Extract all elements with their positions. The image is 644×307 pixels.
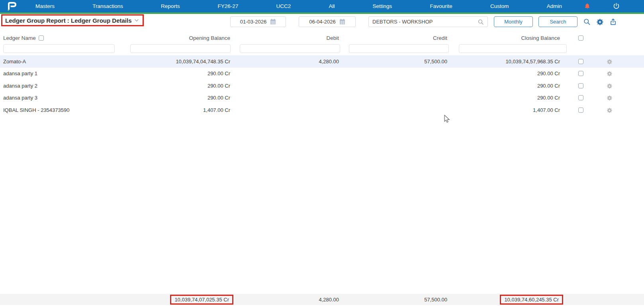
search-button[interactable]: Search bbox=[538, 16, 577, 27]
table-header-row: Ledger Name Opening Balance Debit Credit… bbox=[0, 33, 644, 42]
column-header-credit[interactable]: Credit bbox=[343, 35, 451, 41]
column-header-closing-balance[interactable]: Closing Balance bbox=[451, 35, 564, 41]
nav-item-reports[interactable]: Reports bbox=[161, 3, 180, 9]
total-closing-balance: 10,039,74,60,245.35 Cr bbox=[504, 297, 559, 303]
total-debit: 4,280.00 bbox=[234, 297, 343, 303]
row-gear-icon[interactable] bbox=[607, 95, 613, 101]
nav-item-all[interactable]: All bbox=[329, 3, 335, 9]
cell-closing-balance: 290.00 Cr bbox=[451, 95, 564, 101]
to-date-value: 06-04-2026 bbox=[309, 19, 336, 25]
ledger-name-checkbox[interactable] bbox=[39, 35, 44, 41]
nav-item-settings[interactable]: Settings bbox=[373, 3, 392, 9]
row-checkbox[interactable] bbox=[578, 71, 583, 76]
cell-closing-balance: 290.00 Cr bbox=[451, 83, 564, 89]
nav-item-admin[interactable]: Admin bbox=[547, 3, 562, 9]
cell-ledger-name[interactable]: adansa party 2 bbox=[0, 83, 127, 89]
filter-input-opening-balance[interactable] bbox=[130, 44, 231, 53]
cell-ledger-name[interactable]: IQBAL SINGH - 2354373590 bbox=[0, 107, 127, 113]
monthly-button[interactable]: Monthly bbox=[494, 16, 533, 27]
to-date-field[interactable]: 06-04-2026 bbox=[299, 16, 356, 27]
cell-opening-balance: 290.00 Cr bbox=[127, 95, 234, 101]
cell-opening-balance: 290.00 Cr bbox=[127, 70, 234, 76]
nav-menu: Masters Transactions Reports FY26-27 UCC… bbox=[20, 3, 584, 9]
total-opening-balance: 10,039,74,07,025.35 Cr bbox=[174, 297, 229, 303]
cell-closing-balance: 1,407.00 Cr bbox=[451, 107, 564, 113]
column-header-debit[interactable]: Debit bbox=[234, 35, 343, 41]
row-checkbox[interactable] bbox=[578, 95, 583, 100]
nav-item-fy26-27[interactable]: FY26-27 bbox=[218, 3, 239, 9]
table-filter-row bbox=[0, 44, 644, 55]
from-date-value: 01-03-2026 bbox=[240, 19, 267, 25]
annotation-box-title: Ledger Group Report : Ledger Group Detai… bbox=[1, 14, 144, 26]
page-title[interactable]: Ledger Group Report : Ledger Group Detai… bbox=[5, 17, 132, 24]
toolbar-search-icon[interactable] bbox=[583, 18, 591, 25]
table-row[interactable]: Zomato-A 10,039,74,04,748.35 Cr 4,280.00… bbox=[0, 55, 644, 68]
filter-input-closing-balance[interactable] bbox=[459, 44, 567, 53]
cell-debit: 4,280.00 bbox=[234, 59, 343, 65]
nav-item-ucc2[interactable]: UCC2 bbox=[276, 3, 291, 9]
table-row[interactable]: IQBAL SINGH - 2354373590 1,407.00 Cr 1,4… bbox=[0, 104, 644, 116]
from-date-field[interactable]: 01-03-2026 bbox=[230, 16, 286, 27]
cell-opening-balance: 10,039,74,04,748.35 Cr bbox=[127, 59, 234, 65]
table-row[interactable]: adansa party 2 290.00 Cr 290.00 Cr bbox=[0, 80, 644, 92]
cell-closing-balance: 10,039,74,57,968.35 Cr bbox=[451, 59, 564, 65]
row-gear-icon[interactable] bbox=[607, 70, 613, 76]
toolbar-settings-gear-icon[interactable] bbox=[596, 18, 604, 25]
column-header-ledger-name[interactable]: Ledger Name bbox=[3, 35, 36, 41]
row-checkbox[interactable] bbox=[578, 59, 583, 64]
cell-opening-balance: 290.00 Cr bbox=[127, 83, 234, 89]
cell-ledger-name[interactable]: Zomato-A bbox=[0, 59, 127, 65]
column-header-opening-balance[interactable]: Opening Balance bbox=[127, 35, 234, 41]
calendar-icon[interactable] bbox=[339, 19, 345, 25]
nav-item-transactions[interactable]: Transactions bbox=[92, 3, 123, 9]
row-gear-icon[interactable] bbox=[607, 59, 613, 65]
cell-closing-balance: 290.00 Cr bbox=[451, 70, 564, 76]
calendar-icon[interactable] bbox=[270, 19, 276, 25]
total-credit: 57,500.00 bbox=[343, 297, 451, 303]
filter-input-ledger-name[interactable] bbox=[3, 44, 115, 53]
annotation-box-closing-total: 10,039,74,60,245.35 Cr bbox=[500, 295, 563, 305]
table-row[interactable]: adansa party 3 290.00 Cr 290.00 Cr bbox=[0, 92, 644, 104]
filter-input-credit[interactable] bbox=[349, 44, 449, 53]
field-search-icon[interactable] bbox=[478, 19, 484, 25]
row-gear-icon[interactable] bbox=[607, 107, 613, 113]
select-all-checkbox[interactable] bbox=[578, 35, 583, 41]
annotation-box-opening-total: 10,039,74,07,025.35 Cr bbox=[170, 295, 233, 305]
power-logout-icon[interactable] bbox=[613, 2, 620, 10]
cell-ledger-name[interactable]: adansa party 1 bbox=[0, 70, 127, 76]
filter-input-debit[interactable] bbox=[240, 44, 340, 53]
cell-credit: 57,500.00 bbox=[343, 59, 451, 65]
chevron-down-icon[interactable] bbox=[134, 18, 139, 23]
totals-footer: 10,039,74,07,025.35 Cr 4,280.00 57,500.0… bbox=[0, 294, 644, 305]
nav-item-masters[interactable]: Masters bbox=[35, 3, 55, 9]
row-checkbox[interactable] bbox=[578, 83, 583, 88]
top-navigation-bar: Masters Transactions Reports FY26-27 UCC… bbox=[0, 0, 644, 12]
row-checkbox[interactable] bbox=[578, 108, 583, 113]
table-row[interactable]: adansa party 1 290.00 Cr 290.00 Cr bbox=[0, 68, 644, 80]
cell-opening-balance: 1,407.00 Cr bbox=[127, 107, 234, 113]
app-logo-icon[interactable] bbox=[5, 1, 20, 12]
toolbar-export-icon[interactable] bbox=[609, 18, 617, 25]
row-gear-icon[interactable] bbox=[607, 83, 613, 89]
table-body: Zomato-A 10,039,74,04,748.35 Cr 4,280.00… bbox=[0, 55, 644, 116]
group-search-input[interactable] bbox=[372, 19, 478, 25]
cell-ledger-name[interactable]: adansa party 3 bbox=[0, 95, 127, 101]
nav-item-custom[interactable]: Custom bbox=[490, 3, 509, 9]
notification-bell-icon[interactable] bbox=[584, 2, 591, 10]
group-search-field[interactable] bbox=[368, 16, 488, 27]
nav-item-favourite[interactable]: Favourite bbox=[430, 3, 452, 9]
report-toolbar: Ledger Group Report : Ledger Group Detai… bbox=[0, 14, 644, 31]
